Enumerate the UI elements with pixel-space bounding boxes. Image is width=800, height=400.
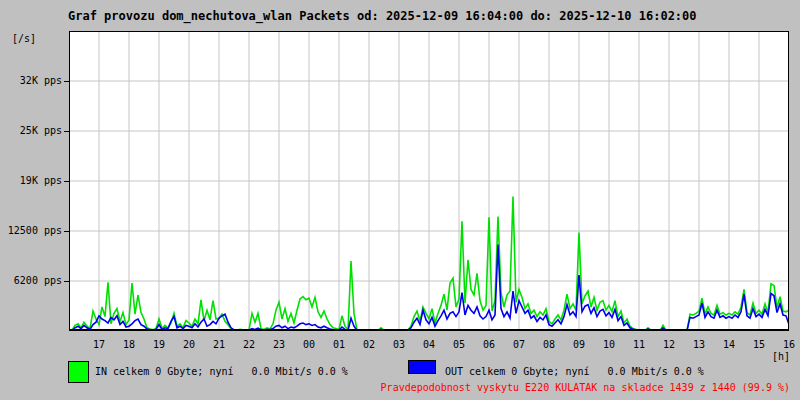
y-axis-label: 19K pps	[0, 175, 62, 186]
y-axis-tick	[64, 281, 69, 282]
x-axis-label: 23	[266, 339, 292, 350]
x-axis-label: 04	[416, 339, 442, 350]
y-axis-label: 6200 pps	[0, 275, 62, 286]
x-axis-label: 15	[746, 339, 772, 350]
x-axis-label: 05	[446, 339, 472, 350]
x-axis-label: 11	[626, 339, 652, 350]
x-axis-label: 22	[236, 339, 262, 350]
x-axis-unit-label: [h]	[772, 351, 790, 362]
x-axis-label: 09	[566, 339, 592, 350]
x-axis-label: 03	[386, 339, 412, 350]
x-axis-label: 21	[206, 339, 232, 350]
plot-area	[69, 31, 789, 331]
x-axis-label: 00	[296, 339, 322, 350]
y-axis-tick	[64, 231, 69, 232]
x-axis-label: 17	[86, 339, 112, 350]
y-axis-label: 32K pps	[0, 75, 62, 86]
x-axis-label: 02	[356, 339, 382, 350]
x-axis-label: 06	[476, 339, 502, 350]
x-axis-label: 10	[596, 339, 622, 350]
out-legend-swatch	[408, 360, 436, 374]
traffic-chart	[69, 31, 789, 331]
in-legend-swatch	[68, 361, 89, 383]
stock-probability-warning: Pravdepodobnost vyskytu E220 KULATAK na …	[381, 382, 790, 393]
x-axis-label: 14	[716, 339, 742, 350]
x-axis-label: 08	[536, 339, 562, 350]
x-axis-label: 16	[776, 339, 800, 350]
y-axis-tick	[64, 131, 69, 132]
y-axis-tick	[64, 181, 69, 182]
y-axis-unit-label: [/s]	[12, 33, 36, 44]
x-axis-label: 18	[116, 339, 142, 350]
in-legend-label: IN celkem 0 Gbyte; nyní 0.0 Mbit/s 0.0 %	[95, 366, 348, 377]
y-axis-label: 25K pps	[0, 125, 62, 136]
y-axis-tick	[64, 81, 69, 82]
x-axis-label: 12	[656, 339, 682, 350]
chart-title: Graf provozu dom_nechutova_wlan Packets …	[68, 9, 697, 23]
y-axis-label: 12500 pps	[0, 225, 62, 236]
x-axis-label: 13	[686, 339, 712, 350]
x-axis-label: 20	[176, 339, 202, 350]
x-axis-label: 19	[146, 339, 172, 350]
x-axis-label: 01	[326, 339, 352, 350]
mrtg-traffic-window: { "title": "Graf provozu dom_nechutova_w…	[0, 0, 800, 400]
out-legend-label: OUT celkem 0 Gbyte; nyní 0.0 Mbit/s 0.0 …	[445, 366, 704, 377]
x-axis-label: 07	[506, 339, 532, 350]
